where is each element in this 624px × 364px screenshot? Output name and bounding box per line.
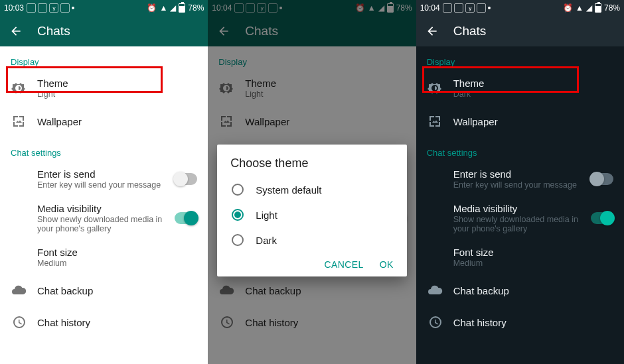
option-label: Light (256, 210, 277, 221)
row-theme-value: Dark (453, 90, 613, 99)
battery-icon (595, 3, 601, 13)
row-media-visibility[interactable]: Media visibility Show newly downloaded m… (416, 196, 624, 240)
section-chat-settings: Chat settings (416, 137, 624, 162)
appbar-title: Chats (453, 24, 487, 38)
row-wallpaper-title: Wallpaper (453, 116, 613, 127)
status-time: 10:03 (4, 3, 24, 13)
option-system-default[interactable]: System default (217, 177, 406, 202)
settings-content: Display Theme Dark Wallpaper Chat settin… (416, 46, 624, 364)
status-right-icons: ⏰ ▲ ◢ 78% (563, 3, 620, 13)
row-font-size[interactable]: Font size Medium (0, 240, 208, 274)
row-enter-is-send[interactable]: Enter is send Enter key will send your m… (0, 162, 208, 196)
signal-icon: ◢ (586, 3, 592, 13)
screen-dialog: 10:04 y ⏰ ▲ ◢ 78% Chats Display Theme Li… (208, 0, 416, 364)
option-dark[interactable]: Dark (217, 227, 406, 253)
status-notif-icons: y (443, 3, 491, 13)
section-display: Display (416, 46, 624, 71)
status-right-icons: ⏰ ▲ ◢ 78% (147, 3, 204, 13)
screen-dark: 10:04 y ⏰ ▲ ◢ 78% Chats Display Theme Da… (416, 0, 624, 364)
wifi-icon: ▲ (159, 3, 167, 13)
cancel-button[interactable]: CANCEL (324, 259, 363, 270)
row-chat-history[interactable]: Chat history (0, 306, 208, 338)
alarm-icon: ⏰ (147, 3, 157, 13)
battery-pct: 78% (188, 3, 204, 13)
option-light[interactable]: Light (217, 202, 406, 227)
row-wallpaper-title: Wallpaper (37, 116, 197, 127)
signal-icon: ◢ (170, 3, 176, 13)
toggle-enter-is-send[interactable] (175, 173, 197, 185)
radio-icon (232, 234, 244, 246)
back-icon[interactable] (426, 25, 439, 38)
screen-light: 10:03 y ⏰ ▲ ◢ 78% Chats Display Theme Li… (0, 0, 208, 364)
dialog-choose-theme: Choose theme System default Light Dark C… (217, 145, 406, 276)
alarm-icon: ⏰ (563, 3, 573, 13)
section-chat-settings: Chat settings (0, 137, 208, 162)
brightness-icon (11, 80, 27, 96)
option-label: Dark (256, 235, 277, 246)
wallpaper-icon (11, 113, 27, 129)
wallpaper-icon (427, 113, 443, 129)
history-icon (11, 314, 27, 330)
row-media-visibility[interactable]: Media visibility Show newly downloaded m… (0, 196, 208, 240)
back-icon[interactable] (9, 25, 23, 38)
row-enter-subtitle: Enter key will send your message (453, 180, 580, 190)
cloud-icon (11, 282, 27, 298)
dialog-title: Choose theme (217, 156, 406, 177)
row-chat-backup[interactable]: Chat backup (0, 274, 208, 306)
row-history-title: Chat history (453, 317, 613, 328)
cloud-icon (427, 282, 443, 298)
row-enter-title: Enter is send (37, 168, 164, 180)
option-label: System default (256, 184, 321, 196)
row-enter-title: Enter is send (453, 168, 580, 180)
history-icon (427, 314, 443, 330)
settings-content: Display Theme Light Wallpaper Chat setti… (0, 46, 208, 364)
row-media-subtitle: Show newly downloaded media in your phon… (37, 215, 164, 233)
row-backup-title: Chat backup (453, 285, 613, 296)
app-bar: Chats (416, 16, 624, 46)
radio-icon (232, 184, 244, 196)
ok-button[interactable]: OK (380, 259, 394, 270)
status-time: 10:04 (420, 3, 440, 13)
row-font-title: Font size (453, 247, 613, 258)
row-chat-backup[interactable]: Chat backup (416, 274, 624, 306)
radio-icon (232, 209, 244, 221)
row-font-size[interactable]: Font size Medium (416, 240, 624, 274)
row-backup-title: Chat backup (37, 285, 197, 296)
status-bar: 10:03 y ⏰ ▲ ◢ 78% (0, 0, 208, 16)
toggle-enter-is-send[interactable] (591, 173, 613, 185)
battery-icon (179, 3, 185, 13)
row-enter-subtitle: Enter key will send your message (37, 180, 164, 190)
row-wallpaper[interactable]: Wallpaper (0, 105, 208, 137)
status-bar: 10:04 y ⏰ ▲ ◢ 78% (416, 0, 624, 16)
section-display: Display (0, 46, 208, 71)
row-media-title: Media visibility (453, 203, 580, 214)
status-notif-icons: y (27, 3, 74, 13)
wifi-icon: ▲ (576, 3, 584, 13)
row-wallpaper[interactable]: Wallpaper (416, 105, 624, 137)
battery-pct: 78% (604, 3, 620, 13)
toggle-media-visibility[interactable] (175, 212, 197, 224)
row-font-value: Medium (37, 259, 197, 268)
toggle-media-visibility[interactable] (591, 212, 613, 224)
row-font-value: Medium (453, 259, 613, 268)
row-chat-history[interactable]: Chat history (416, 306, 624, 338)
row-media-title: Media visibility (37, 203, 164, 214)
row-theme-value: Light (37, 90, 197, 99)
row-font-title: Font size (37, 247, 197, 258)
row-enter-is-send[interactable]: Enter is send Enter key will send your m… (416, 162, 624, 196)
row-theme[interactable]: Theme Dark (416, 71, 624, 105)
brightness-icon (427, 80, 443, 96)
row-media-subtitle: Show newly downloaded media in your phon… (453, 215, 580, 233)
appbar-title: Chats (37, 24, 70, 38)
app-bar: Chats (0, 16, 208, 46)
row-theme-title: Theme (453, 78, 613, 89)
row-theme[interactable]: Theme Light (0, 71, 208, 105)
row-history-title: Chat history (37, 317, 197, 328)
row-theme-title: Theme (37, 78, 197, 89)
